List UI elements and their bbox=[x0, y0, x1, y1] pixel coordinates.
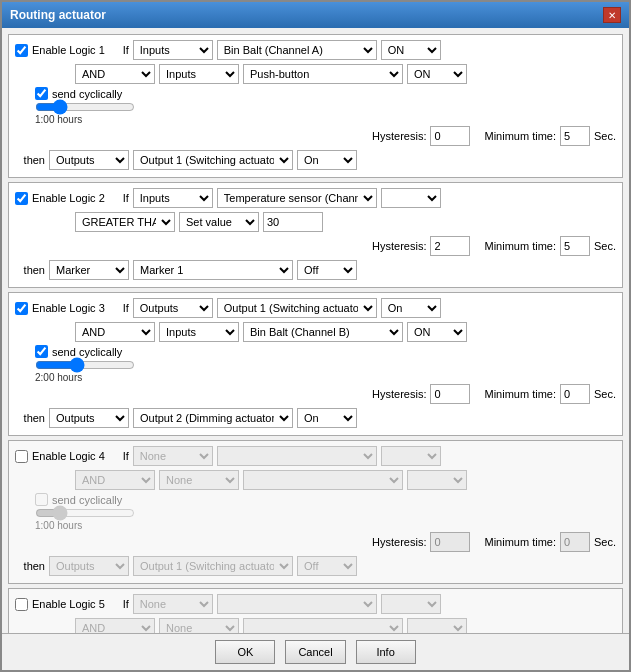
logic2-enable-label: Enable Logic 2 bbox=[32, 192, 105, 204]
logic2-set-value-input[interactable] bbox=[263, 212, 323, 232]
logic3-hours-label: 2:00 hours bbox=[35, 372, 616, 383]
logic4-slider-row bbox=[35, 506, 616, 520]
logic4-if-label: If bbox=[109, 450, 129, 462]
logic5-enable-label: Enable Logic 5 bbox=[32, 598, 105, 610]
logic4-condition-select[interactable]: AND bbox=[75, 470, 155, 490]
logic2-min-time-label: Minimum time: bbox=[484, 240, 556, 252]
logic4-then-type-select[interactable]: Outputs bbox=[49, 556, 129, 576]
logic4-and-row: AND None bbox=[15, 469, 616, 491]
logic3-then-device-select[interactable]: Output 2 (Dimming actuator) bbox=[133, 408, 293, 428]
logic5-if-value-select[interactable] bbox=[381, 594, 441, 614]
logic4-hysteresis-label: Hysteresis: bbox=[372, 536, 426, 548]
logic1-then-row: then Outputs Output 1 (Switching actuato… bbox=[15, 149, 616, 171]
logic3-then-value-select[interactable]: On bbox=[297, 408, 357, 428]
logic5-and-type-select[interactable]: None bbox=[159, 618, 239, 633]
logic3-if-value-select[interactable]: On bbox=[381, 298, 441, 318]
logic2-then-device-select[interactable]: Marker 1 bbox=[133, 260, 293, 280]
logic3-enable-checkbox[interactable] bbox=[15, 302, 28, 315]
logic1-then-device-select[interactable]: Output 1 (Switching actuator) bbox=[133, 150, 293, 170]
logic-block-5: Enable Logic 5 If None AND None send cyc… bbox=[8, 588, 623, 633]
logic1-enable-label: Enable Logic 1 bbox=[32, 44, 105, 56]
logic1-then-type-select[interactable]: Outputs bbox=[49, 150, 129, 170]
logic1-enable-checkbox[interactable] bbox=[15, 44, 28, 57]
logic1-if-type-select[interactable]: Inputs bbox=[133, 40, 213, 60]
logic2-condition-row: GREATER THAN Set value bbox=[15, 211, 616, 233]
logic4-then-device-select[interactable]: Output 1 (Switching actuator) bbox=[133, 556, 293, 576]
logic5-and-device-select[interactable] bbox=[243, 618, 403, 633]
logic1-send-cyclically-label: send cyclically bbox=[52, 88, 122, 100]
cancel-button[interactable]: Cancel bbox=[285, 640, 345, 664]
logic4-and-type-select[interactable]: None bbox=[159, 470, 239, 490]
logic3-if-type-select[interactable]: Outputs bbox=[133, 298, 213, 318]
logic2-and-type-select[interactable]: Set value bbox=[179, 212, 259, 232]
logic2-enable-row: Enable Logic 2 If Inputs Temperature sen… bbox=[15, 187, 616, 209]
logic3-condition-select[interactable]: AND bbox=[75, 322, 155, 342]
logic5-and-value-select[interactable] bbox=[407, 618, 467, 633]
close-button[interactable]: ✕ bbox=[603, 7, 621, 23]
logic5-enable-row: Enable Logic 5 If None bbox=[15, 593, 616, 615]
logic-block-4: Enable Logic 4 If None AND None send cyc… bbox=[8, 440, 623, 584]
logic5-enable-checkbox[interactable] bbox=[15, 598, 28, 611]
logic5-if-label: If bbox=[109, 598, 129, 610]
logic2-if-type-select[interactable]: Inputs bbox=[133, 188, 213, 208]
logic3-min-time-label: Minimum time: bbox=[484, 388, 556, 400]
logic1-enable-row: Enable Logic 1 If Inputs Bin Balt (Chann… bbox=[15, 39, 616, 61]
logic1-hours-label: 1:00 hours bbox=[35, 114, 616, 125]
logic1-and-device-select[interactable]: Push-button bbox=[243, 64, 403, 84]
logic1-and-value-select[interactable]: ON bbox=[407, 64, 467, 84]
logic4-then-label: then bbox=[15, 560, 45, 572]
logic4-if-type-select[interactable]: None bbox=[133, 446, 213, 466]
logic1-slider[interactable] bbox=[35, 100, 135, 114]
logic3-min-time-input[interactable] bbox=[560, 384, 590, 404]
logic3-and-value-select[interactable]: ON bbox=[407, 322, 467, 342]
info-button[interactable]: Info bbox=[356, 640, 416, 664]
logic2-then-value-select[interactable]: Off bbox=[297, 260, 357, 280]
logic3-sec-label: Sec. bbox=[594, 388, 616, 400]
logic-block-1: Enable Logic 1 If Inputs Bin Balt (Chann… bbox=[8, 34, 623, 178]
logic4-then-value-select[interactable]: Off bbox=[297, 556, 357, 576]
logic2-if-device-select[interactable]: Temperature sensor (Channel. bbox=[217, 188, 377, 208]
logic3-if-device-select[interactable]: Output 1 (Switching actuator) bbox=[217, 298, 377, 318]
logic3-if-label: If bbox=[109, 302, 129, 314]
logic3-then-type-select[interactable]: Outputs bbox=[49, 408, 129, 428]
logic4-enable-row: Enable Logic 4 If None bbox=[15, 445, 616, 467]
logic1-hysteresis-label: Hysteresis: bbox=[372, 130, 426, 142]
logic4-if-device-select[interactable] bbox=[217, 446, 377, 466]
logic3-slider-row bbox=[35, 358, 616, 372]
logic4-enable-checkbox[interactable] bbox=[15, 450, 28, 463]
logic4-and-device-select[interactable] bbox=[243, 470, 403, 490]
logic1-if-value-select[interactable]: ON bbox=[381, 40, 441, 60]
logic3-and-device-select[interactable]: Bin Balt (Channel B) bbox=[243, 322, 403, 342]
logic1-min-time-input[interactable] bbox=[560, 126, 590, 146]
logic5-if-type-select[interactable]: None bbox=[133, 594, 213, 614]
logic2-enable-checkbox[interactable] bbox=[15, 192, 28, 205]
logic5-condition-select[interactable]: AND bbox=[75, 618, 155, 633]
logic4-hysteresis-input[interactable] bbox=[430, 532, 470, 552]
ok-button[interactable]: OK bbox=[215, 640, 275, 664]
logic1-condition-select[interactable]: AND bbox=[75, 64, 155, 84]
logic1-hysteresis-input[interactable] bbox=[430, 126, 470, 146]
logic1-if-device-select[interactable]: Bin Balt (Channel A) bbox=[217, 40, 377, 60]
logic4-if-value-select[interactable] bbox=[381, 446, 441, 466]
logic2-hysteresis-input[interactable] bbox=[430, 236, 470, 256]
main-content: Enable Logic 1 If Inputs Bin Balt (Chann… bbox=[2, 28, 629, 633]
logic3-hysteresis-input[interactable] bbox=[430, 384, 470, 404]
logic1-and-row: AND Inputs Push-button ON bbox=[15, 63, 616, 85]
logic4-hours-label: 1:00 hours bbox=[35, 520, 616, 531]
logic2-then-type-select[interactable]: Marker bbox=[49, 260, 129, 280]
logic2-condition-select[interactable]: GREATER THAN bbox=[75, 212, 175, 232]
logic4-min-time-input[interactable] bbox=[560, 532, 590, 552]
logic2-if-value-select[interactable] bbox=[381, 188, 441, 208]
logic4-sec-label: Sec. bbox=[594, 536, 616, 548]
logic3-and-type-select[interactable]: Inputs bbox=[159, 322, 239, 342]
logic1-and-type-select[interactable]: Inputs bbox=[159, 64, 239, 84]
logic1-then-value-select[interactable]: On bbox=[297, 150, 357, 170]
logic2-min-time-input[interactable] bbox=[560, 236, 590, 256]
logic2-then-row: then Marker Marker 1 Off bbox=[15, 259, 616, 281]
logic3-slider[interactable] bbox=[35, 358, 135, 372]
logic-block-2: Enable Logic 2 If Inputs Temperature sen… bbox=[8, 182, 623, 288]
logic4-and-value-select[interactable] bbox=[407, 470, 467, 490]
logic4-slider[interactable] bbox=[35, 506, 135, 520]
logic3-hysteresis-row: Hysteresis: Minimum time: Sec. bbox=[15, 383, 616, 405]
logic5-if-device-select[interactable] bbox=[217, 594, 377, 614]
